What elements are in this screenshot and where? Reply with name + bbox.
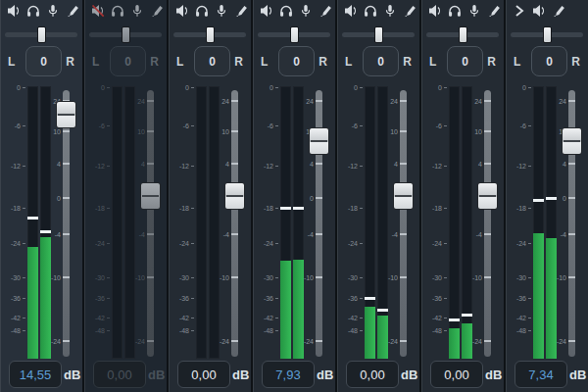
pan-slider-track[interactable]: [511, 32, 583, 37]
speaker-muted-icon[interactable]: [91, 4, 105, 18]
mic-icon[interactable]: [383, 4, 397, 18]
speaker-icon[interactable]: [344, 4, 358, 18]
pencil-icon[interactable]: [552, 4, 565, 18]
fader-scale-label: -24: [212, 338, 229, 345]
fader-handle[interactable]: [562, 127, 582, 155]
pan-slider-handle[interactable]: [543, 26, 552, 43]
balance-right-label: R: [403, 55, 412, 69]
channel-strip: L0R0-6-12-18-24-30-36-42-48241040-4-10-2…: [253, 0, 335, 392]
balance-zero-button[interactable]: 0: [110, 46, 146, 76]
speaker-icon[interactable]: [532, 4, 546, 18]
pan-slider-handle[interactable]: [290, 26, 299, 43]
balance-left-label: L: [92, 55, 99, 69]
fader-scale-label: 10: [380, 128, 398, 135]
pan-slider-track[interactable]: [173, 32, 246, 37]
pan-slider-handle[interactable]: [459, 26, 467, 43]
meter-scale-label: 0: [507, 84, 526, 91]
meter-scale-tick: [23, 318, 25, 318]
pencil-icon[interactable]: [66, 4, 79, 18]
pan-slider-handle[interactable]: [374, 26, 383, 43]
speaker-icon[interactable]: [175, 4, 189, 18]
meter-scale-label: -12: [85, 163, 105, 170]
pan-slider-handle[interactable]: [37, 26, 46, 43]
gain-value-box[interactable]: 0,00: [93, 361, 146, 388]
mic-icon[interactable]: [299, 4, 313, 18]
fader-scale-label: -24: [380, 338, 398, 345]
fader-scale-label: -24: [465, 338, 482, 345]
pencil-icon[interactable]: [403, 4, 416, 18]
gain-value-box[interactable]: 0,00: [177, 361, 230, 388]
pencil-icon[interactable]: [318, 4, 332, 18]
fader-track[interactable]: [400, 90, 407, 357]
level-meter-r: [124, 86, 135, 359]
fader-handle[interactable]: [309, 127, 329, 155]
headphones-icon[interactable]: [26, 4, 40, 18]
fader-scale-tick: [400, 340, 407, 342]
pan-slider-track[interactable]: [426, 32, 499, 37]
meter-scale-tick: [528, 277, 531, 278]
balance-zero-button[interactable]: 0: [447, 46, 483, 76]
balance-zero-button[interactable]: 0: [25, 46, 62, 76]
pan-slider-track[interactable]: [5, 32, 77, 37]
fader-scale-tick: [231, 340, 238, 342]
headphones-icon[interactable]: [448, 4, 462, 18]
gain-value-box[interactable]: 7,34: [514, 361, 567, 388]
pan-slider-handle[interactable]: [206, 26, 215, 43]
meter-scale-label: -24: [170, 240, 189, 247]
level-meter-l: [449, 86, 460, 359]
meter-scale-label: -12: [1, 163, 21, 170]
balance-zero-button[interactable]: 0: [363, 46, 399, 76]
fader-handle[interactable]: [477, 182, 498, 210]
mic-icon[interactable]: [215, 4, 228, 18]
mic-icon[interactable]: [467, 4, 481, 18]
gain-value-box[interactable]: 0,00: [430, 361, 483, 388]
pan-slider-track[interactable]: [89, 32, 162, 37]
balance-zero-button[interactable]: 0: [278, 46, 315, 76]
headphones-icon[interactable]: [195, 4, 209, 18]
fader-handle-groove: [311, 140, 327, 142]
chevron-right-icon[interactable]: [513, 4, 526, 18]
balance-zero-button[interactable]: 0: [531, 46, 567, 76]
headphones-icon[interactable]: [279, 4, 293, 18]
meter-scale-tick: [275, 87, 278, 88]
headphones-icon[interactable]: [364, 4, 377, 18]
meter-scale-tick: [360, 166, 363, 167]
fader-scale-tick: [63, 276, 70, 278]
meter-scale-tick: [528, 298, 531, 299]
pan-slider-track[interactable]: [342, 32, 415, 37]
meter-scale-tick: [23, 277, 25, 278]
pencil-icon[interactable]: [150, 4, 164, 18]
gain-value-box[interactable]: 14,55: [9, 361, 62, 388]
fader-track[interactable]: [147, 90, 154, 357]
meter-scale-tick: [191, 125, 194, 126]
gain-value-box[interactable]: 0,00: [346, 361, 399, 388]
balance-zero-button[interactable]: 0: [194, 46, 230, 76]
pencil-icon[interactable]: [234, 4, 248, 18]
pan-slider-track[interactable]: [258, 32, 330, 37]
fader-track[interactable]: [63, 90, 70, 357]
meter-scale-tick: [107, 243, 110, 244]
fader-handle[interactable]: [393, 182, 414, 210]
gain-value-box[interactable]: 7,93: [262, 361, 315, 388]
balance-right-label: R: [487, 55, 496, 69]
speaker-icon[interactable]: [428, 4, 442, 18]
meter-scale-label: -24: [254, 240, 273, 247]
meter-scale-tick: [107, 208, 110, 209]
peak-hold-mark-l: [365, 297, 375, 300]
headphones-icon[interactable]: [111, 4, 124, 18]
gain-value: 7,93: [275, 368, 300, 382]
pan-slider-handle[interactable]: [122, 26, 130, 43]
fader-handle[interactable]: [140, 182, 161, 210]
fader-track[interactable]: [484, 90, 491, 357]
mic-icon[interactable]: [130, 4, 144, 18]
fader-handle[interactable]: [224, 182, 245, 210]
pencil-icon[interactable]: [487, 4, 501, 18]
peak-hold-mark-r: [462, 314, 472, 317]
fader-track[interactable]: [231, 90, 238, 357]
speaker-icon[interactable]: [260, 4, 273, 18]
speaker-icon[interactable]: [7, 4, 21, 18]
fader-scale-label: 0: [43, 195, 61, 202]
fader-handle[interactable]: [56, 101, 76, 128]
mic-icon[interactable]: [46, 4, 60, 18]
level-meter-fill-l: [365, 307, 375, 359]
